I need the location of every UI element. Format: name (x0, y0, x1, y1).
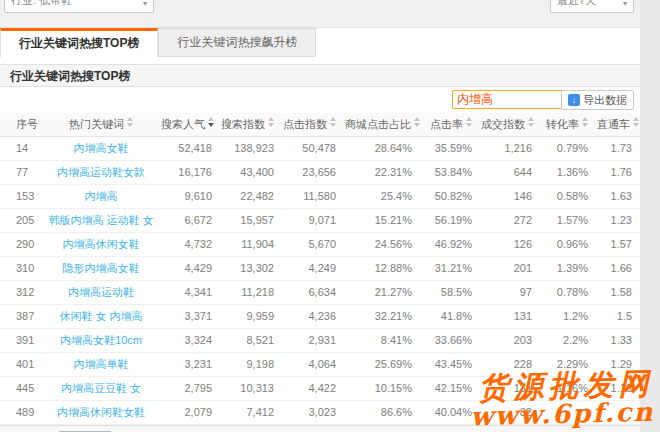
keyword-link[interactable]: 内增高单鞋 (42, 352, 160, 376)
hot-keywords-panel: 行业关键词热搜TOP榜 ↓ 导出数据 序号 热门关键词 (0, 64, 640, 432)
sort-icon[interactable] (633, 117, 639, 127)
direct-train-cell: 1.29 (596, 352, 640, 376)
search-index-cell: 15,957 (220, 208, 282, 232)
conversion-rate-cell: 1.39% (540, 256, 596, 280)
chevron-down-icon: ▾ (623, 0, 627, 8)
conversion-rate-cell: 1.16% (540, 376, 596, 400)
search-index-cell: 138,923 (220, 136, 282, 160)
keyword-link[interactable]: 内增高女鞋10cm (42, 328, 160, 352)
mall-click-ratio-cell: 28.64% (344, 136, 420, 160)
direct-train-cell: 1.19 (596, 376, 640, 400)
keyword-link[interactable]: 内增高运动鞋 (42, 280, 160, 304)
click-index-cell: 6,634 (282, 280, 344, 304)
click-index-cell: 2,931 (282, 328, 344, 352)
click-index-cell: 3,023 (282, 400, 344, 424)
mall-click-ratio-cell: 25.69% (344, 352, 420, 376)
search-index-cell: 11,218 (220, 280, 282, 304)
rank-cell: 401 (0, 352, 42, 376)
keyword-link[interactable]: 休闲鞋 女 内增高 (42, 304, 160, 328)
col-header-click-index[interactable]: 点击指数 (282, 113, 344, 136)
sort-icon[interactable] (330, 117, 336, 127)
search-popularity-cell: 2,079 (160, 400, 220, 424)
sort-icon[interactable] (528, 117, 534, 127)
deal-index-cell: 146 (480, 184, 540, 208)
date-range-label: 最近7天 (557, 0, 596, 8)
search-popularity-cell: 2,795 (160, 376, 220, 400)
col-header-search-popularity[interactable]: 搜索人气 (160, 113, 220, 136)
keywords-table: 序号 热门关键词 搜索人气 搜索指数 点击指数 商城点击占比 (0, 113, 640, 425)
click-rate-cell: 31.21% (420, 256, 480, 280)
rank-cell: 205 (0, 208, 42, 232)
col-header-keyword[interactable]: 热门关键词 (42, 113, 160, 136)
mall-click-ratio-cell: 21.27% (344, 280, 420, 304)
mall-click-ratio-cell: 86.6% (344, 400, 420, 424)
search-popularity-cell: 6,672 (160, 208, 220, 232)
search-index-cell: 9,959 (220, 304, 282, 328)
download-icon: ↓ (568, 94, 580, 106)
rank-cell: 391 (0, 328, 42, 352)
click-rate-cell: 53.84% (420, 160, 480, 184)
tab-hot-search-top[interactable]: 行业关键词热搜TOP榜 (0, 28, 158, 57)
deal-index-cell: 126 (480, 232, 540, 256)
table-header-row: 序号 热门关键词 搜索人气 搜索指数 点击指数 商城点击占比 (0, 113, 640, 136)
keyword-link[interactable]: 内增高运动鞋女款 (42, 160, 160, 184)
table-row: 489 内增高休闲鞋女鞋 2,079 7,412 3,023 86.6% 40.… (0, 400, 640, 424)
keyword-link[interactable]: 内增高豆豆鞋 女 (42, 376, 160, 400)
export-data-button[interactable]: ↓ 导出数据 (561, 90, 634, 110)
sort-icon-active[interactable] (208, 117, 214, 127)
click-index-cell: 4,422 (282, 376, 344, 400)
click-rate-cell: 56.19% (420, 208, 480, 232)
top-toolbar: 行业: 低帮鞋 ▾ 最近7天 ▾ (0, 0, 640, 28)
col-header-click-rate[interactable]: 点击率 (420, 113, 480, 136)
search-popularity-cell: 3,324 (160, 328, 220, 352)
chevron-down-icon: ▾ (143, 0, 147, 8)
conversion-rate-cell: 1.57% (540, 208, 596, 232)
click-index-cell: 4,236 (282, 304, 344, 328)
rank-cell: 77 (0, 160, 42, 184)
keyword-search-input[interactable] (452, 90, 572, 109)
keyword-link[interactable]: 内增高休闲鞋女鞋 (42, 400, 160, 424)
search-index-cell: 9,198 (220, 352, 282, 376)
col-header-deal-index[interactable]: 成交指数 (480, 113, 540, 136)
table-row: 445 内增高豆豆鞋 女 2,795 10,313 4,422 10.15% 4… (0, 376, 640, 400)
conversion-rate-cell: 0.79% (540, 136, 596, 160)
keyword-link[interactable]: 内增高休闲女鞋 (42, 232, 160, 256)
deal-index-cell: 203 (480, 328, 540, 352)
click-index-cell: 4,249 (282, 256, 344, 280)
keyword-link[interactable]: 内增高 (42, 184, 160, 208)
search-popularity-cell: 3,231 (160, 352, 220, 376)
keyword-link[interactable]: 内增高女鞋 (42, 136, 160, 160)
col-header-direct-train[interactable]: 直通车 (596, 113, 640, 136)
mall-click-ratio-cell: 25.4% (344, 184, 420, 208)
click-index-cell: 5,670 (282, 232, 344, 256)
table-row: 14 内增高女鞋 52,418 138,923 50,478 28.64% 35… (0, 136, 640, 160)
sort-icon[interactable] (268, 117, 274, 127)
col-header-search-index[interactable]: 搜索指数 (220, 113, 282, 136)
date-range-select[interactable]: 最近7天 ▾ (550, 0, 634, 13)
conversion-rate-cell: 2.2% (540, 328, 596, 352)
conversion-rate-cell: 2.29% (540, 352, 596, 376)
sort-icon[interactable] (414, 117, 420, 127)
sort-icon[interactable] (466, 117, 472, 127)
click-index-cell: 9,071 (282, 208, 344, 232)
sort-icon[interactable] (127, 117, 133, 127)
industry-select[interactable]: 行业: 低帮鞋 ▾ (4, 0, 154, 13)
tab-hot-search-rising[interactable]: 行业关键词热搜飙升榜 (158, 28, 316, 57)
panel-title: 行业关键词热搜TOP榜 (0, 65, 640, 87)
sort-icon[interactable] (582, 117, 588, 127)
mall-click-ratio-cell: 10.15% (344, 376, 420, 400)
col-header-conversion-rate[interactable]: 转化率 (540, 113, 596, 136)
direct-train-cell: 1.5 (596, 304, 640, 328)
mall-click-ratio-cell: 8.41% (344, 328, 420, 352)
col-header-mall-click-ratio[interactable]: 商城点击占比 (344, 113, 420, 136)
mall-click-ratio-cell: 15.21% (344, 208, 420, 232)
pagination-bar: 每页显示 100 ▼ 条 1-12 / 12 条 1 共1页，到 (0, 425, 640, 432)
deal-index-cell: 272 (480, 208, 540, 232)
direct-train-cell: 1.57 (596, 232, 640, 256)
search-popularity-cell: 4,732 (160, 232, 220, 256)
rank-cell: 312 (0, 280, 42, 304)
keyword-link[interactable]: 隐形内增高女鞋 (42, 256, 160, 280)
keyword-link[interactable]: 韩版内增高 运动鞋 女 (42, 208, 160, 232)
rank-cell: 290 (0, 232, 42, 256)
search-index-cell: 7,412 (220, 400, 282, 424)
